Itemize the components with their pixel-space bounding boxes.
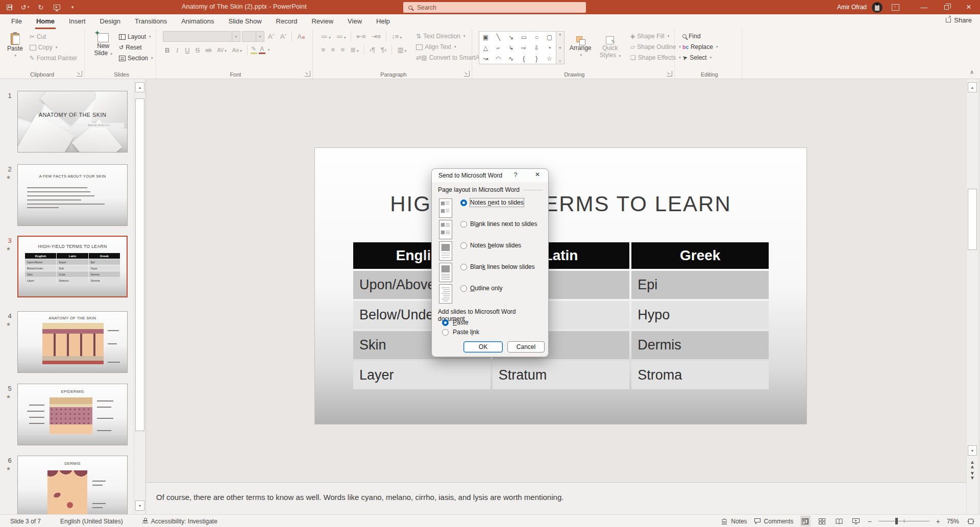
grow-font-button[interactable]: A˄ xyxy=(266,32,277,41)
table-cell[interactable]: Epi xyxy=(631,271,769,299)
slide-1-thumbnail[interactable]: ANATOMY OF THE SKIN AMIR AL BOHLOOLI xyxy=(17,91,128,153)
radio-notes-next[interactable] xyxy=(460,199,467,206)
minimize-button[interactable]: — xyxy=(913,0,935,14)
bold-button[interactable]: B xyxy=(163,46,172,55)
panel-scroll-down-icon[interactable]: ▼ xyxy=(135,500,144,511)
radio-paste[interactable] xyxy=(442,319,449,326)
zoom-level[interactable]: 75% xyxy=(947,518,959,525)
shape-left-brace-icon[interactable]: { xyxy=(523,55,525,62)
shape-fill-button[interactable]: ◈Shape Fill▾ xyxy=(629,32,682,41)
align-left-button[interactable]: ≡ xyxy=(319,45,327,54)
next-slide-icon[interactable]: ▼▼ xyxy=(968,471,977,480)
radio-outline-only[interactable] xyxy=(460,285,467,292)
option-outline-only[interactable]: Outline only xyxy=(439,284,502,304)
character-spacing-button[interactable]: AV▾ xyxy=(215,47,229,54)
replace-button[interactable]: bcReplace▾ xyxy=(681,42,719,52)
clipboard-dialog-launcher-icon[interactable]: ↘ xyxy=(77,71,82,77)
ok-button[interactable]: OK xyxy=(463,341,503,353)
rtl-button[interactable]: ¶‹ xyxy=(379,45,388,54)
gallery-down-icon[interactable]: ▼ xyxy=(558,46,561,49)
language-indicator[interactable]: English (United States) xyxy=(60,518,123,525)
shape-effects-button[interactable]: ❏Shape Effects▾ xyxy=(629,53,682,62)
slide-5-thumbnail[interactable]: EPIDERMIS xyxy=(17,384,128,445)
paste-button[interactable]: Paste ▾ xyxy=(4,31,26,59)
tab-home[interactable]: Home xyxy=(29,14,62,29)
shape-elbow-icon[interactable]: ⌐ xyxy=(497,44,500,52)
normal-view-button[interactable] xyxy=(800,516,811,526)
font-size-select[interactable]: ▾ xyxy=(242,31,264,42)
line-spacing-button[interactable]: ↕≡▾ xyxy=(389,32,404,41)
animation-star-icon[interactable]: ★ xyxy=(6,174,11,180)
zoom-slider-thumb[interactable] xyxy=(895,518,898,524)
shape-arc-icon[interactable]: ◠ xyxy=(496,55,501,62)
shape-outline-button[interactable]: ▱Shape Outline▾ xyxy=(629,42,682,52)
tab-review[interactable]: Review xyxy=(304,14,340,29)
italic-button[interactable]: I xyxy=(173,46,181,55)
option-blank-lines-next-to-slides[interactable]: Blank lines next to slides xyxy=(439,220,537,239)
font-dialog-launcher-icon[interactable]: ↘ xyxy=(305,71,310,77)
accessibility-status[interactable]: Accessibility: Investigate xyxy=(142,518,217,525)
comments-toggle-button[interactable]: Comments xyxy=(754,518,794,525)
redo-icon[interactable]: ↻ xyxy=(37,3,45,11)
radio-paste-link[interactable] xyxy=(442,329,449,336)
previous-slide-icon[interactable]: ▲▲ xyxy=(968,460,977,469)
numbering-button[interactable]: ≕▾ xyxy=(334,32,348,41)
cancel-button[interactable]: Cancel xyxy=(507,341,545,353)
table-cell[interactable]: Layer xyxy=(353,361,491,389)
tab-view[interactable]: View xyxy=(340,14,369,29)
start-slideshow-icon[interactable] xyxy=(53,3,61,11)
radio-notes-below[interactable] xyxy=(460,242,467,249)
collapse-ribbon-icon[interactable]: ∧ xyxy=(970,69,974,76)
shape-line-icon[interactable]: ╲ xyxy=(497,34,500,41)
thumbnail-panel-scrollbar[interactable]: ▲ ▼ xyxy=(134,79,145,514)
canvas-scroll-up-icon[interactable]: ▲ xyxy=(968,82,977,92)
shape-textbox-icon[interactable]: ▣ xyxy=(483,34,488,41)
cut-button[interactable]: ✂Cut xyxy=(28,32,79,41)
format-painter-button[interactable]: ✎Format Painter xyxy=(28,54,79,63)
paragraph-dialog-launcher-icon[interactable]: ↘ xyxy=(464,71,470,77)
radio-blank-below[interactable] xyxy=(460,264,467,270)
strikethrough-ab-button[interactable]: ab xyxy=(203,46,213,54)
strikethrough-button[interactable]: S xyxy=(193,46,202,55)
dialog-title-bar[interactable]: Send to Microsoft Word ? ✕ xyxy=(432,169,548,182)
option-notes-next-to-slides[interactable]: Notes next to slides xyxy=(439,198,524,218)
zoom-out-button[interactable]: − xyxy=(868,517,872,525)
tab-animations[interactable]: Animations xyxy=(174,14,221,29)
zoom-slider[interactable] xyxy=(878,521,929,521)
shape-freeform-icon[interactable]: ↝ xyxy=(483,55,488,62)
align-center-button[interactable]: ≡ xyxy=(329,45,337,54)
slide-sorter-view-button[interactable] xyxy=(817,516,827,526)
shape-curve-icon[interactable]: ∿ xyxy=(508,55,513,62)
tab-design[interactable]: Design xyxy=(93,14,128,29)
close-button[interactable]: × xyxy=(958,0,980,14)
animation-star-icon[interactable]: ★ xyxy=(6,321,11,327)
table-cell[interactable]: Hypo xyxy=(631,301,769,329)
option-paste-link[interactable]: Paste link xyxy=(442,329,479,336)
slide-title[interactable]: HIGH-YIELD TERMS TO LEARN xyxy=(315,192,806,216)
canvas-scrollbar-thumb[interactable] xyxy=(968,189,977,250)
justify-button[interactable]: ≣▾ xyxy=(348,45,360,54)
copy-button[interactable]: Copy▾ xyxy=(28,43,79,52)
notes-pane[interactable]: Of course, there are other terms to know… xyxy=(146,482,966,514)
canvas-scroll-down-icon[interactable]: ▼ xyxy=(968,445,977,456)
tab-record[interactable]: Record xyxy=(269,14,305,29)
slide-table[interactable]: English Latin Greek Upon/Above Super Epi… xyxy=(353,242,769,389)
tab-file[interactable]: File xyxy=(4,14,29,29)
dialog-close-icon[interactable]: ✕ xyxy=(533,171,542,178)
search-box[interactable]: Search xyxy=(403,2,586,13)
shape-pie-icon[interactable]: ◔ xyxy=(548,44,551,52)
shrink-font-button[interactable]: A˅ xyxy=(278,32,289,41)
tab-help[interactable]: Help xyxy=(369,14,397,29)
increase-indent-button[interactable]: ⇥≡ xyxy=(370,32,383,41)
notes-toggle-button[interactable]: Notes xyxy=(721,518,747,525)
slide-indicator[interactable]: Slide 3 of 7 xyxy=(10,518,41,525)
bullets-button[interactable]: ≔▾ xyxy=(319,32,333,41)
highlight-color-button[interactable]: ✎ xyxy=(251,46,257,54)
reset-button[interactable]: ↺Reset xyxy=(117,43,155,52)
gallery-up-icon[interactable]: ▲ xyxy=(558,33,561,36)
decrease-indent-button[interactable]: ⇤≡ xyxy=(354,32,368,41)
gallery-more-icon[interactable]: ≡ xyxy=(559,60,561,63)
panel-scroll-up-icon[interactable]: ▲ xyxy=(135,82,144,92)
shape-right-brace-icon[interactable]: } xyxy=(535,55,537,62)
shape-arrow-icon[interactable]: ↘ xyxy=(508,34,513,41)
